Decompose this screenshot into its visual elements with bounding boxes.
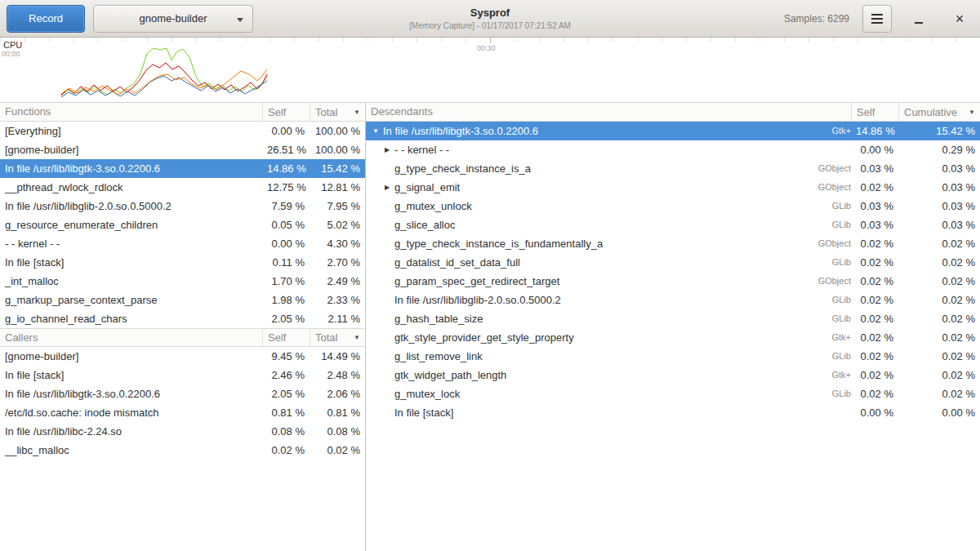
hamburger-icon xyxy=(871,18,883,20)
table-row[interactable]: g_markup_parse_context_parse1.98 %2.33 % xyxy=(0,291,365,309)
expander-icon xyxy=(381,366,393,384)
process-selector-label: gnome-builder xyxy=(139,12,207,24)
table-row[interactable]: __pthread_rwlock_rdlock12.75 %12.81 % xyxy=(0,178,365,197)
table-row[interactable]: In file /usr/lib/libgtk-3.so.0.2200.614.… xyxy=(0,159,365,178)
self-column-header[interactable]: Self xyxy=(262,329,310,346)
row-self-value: 0.08 % xyxy=(262,422,310,441)
table-row[interactable]: g_io_channel_read_chars2.05 %2.11 % xyxy=(0,309,365,328)
cpu-series-cpu3 xyxy=(61,69,267,95)
row-function-name: In file /usr/lib/libgtk-3.so.0.2200.6 xyxy=(0,159,262,178)
table-row[interactable]: /etc/ld.so.cache: inode mismatch0.81 %0.… xyxy=(0,403,365,422)
table-row[interactable]: In file [stack]0.00 %0.00 % xyxy=(366,403,980,422)
table-row[interactable]: [gnome-builder]26.51 %100.00 % xyxy=(0,140,365,159)
table-row[interactable]: g_slice_allocGLib0.03 %0.03 % xyxy=(366,216,980,234)
table-row[interactable]: - - kernel - -0.00 %4.30 % xyxy=(0,234,365,253)
row-indent xyxy=(370,159,381,178)
expander-icon xyxy=(381,291,393,309)
table-row[interactable]: g_mutex_lockGLib0.02 %0.02 % xyxy=(366,384,980,403)
row-function-name: __libc_malloc xyxy=(0,441,262,460)
table-row[interactable]: g_resource_enumerate_children0.05 %5.02 … xyxy=(0,216,365,234)
row-function-name: In file [stack] xyxy=(0,253,262,272)
table-row[interactable]: g_list_remove_linkGLib0.02 %0.02 % xyxy=(366,347,980,366)
expander-icon xyxy=(381,309,393,328)
minimize-icon xyxy=(915,22,923,24)
descendants-column-header[interactable]: Descendants xyxy=(366,103,851,121)
row-self-value: 0.02 % xyxy=(851,328,898,347)
functions-column-header[interactable]: Functions xyxy=(0,103,262,121)
row-category-label: GLib xyxy=(792,347,851,366)
row-total-value: 2.48 % xyxy=(310,366,365,384)
self-column-header[interactable]: Self xyxy=(262,103,310,121)
cpu-timeline-graph[interactable]: CPU 00:00 00:30 xyxy=(0,38,980,103)
table-row[interactable]: [gnome-builder]9.45 %14.49 % xyxy=(0,347,365,366)
total-column-header[interactable]: Total ▼ xyxy=(310,329,365,346)
total-column-header[interactable]: Total ▼ xyxy=(310,103,365,121)
table-row[interactable]: In file /usr/lib/libgtk-3.so.0.2200.62.0… xyxy=(0,384,365,403)
table-row[interactable]: g_param_spec_get_redirect_targetGObject0… xyxy=(366,272,980,291)
expander-icon[interactable]: ▶ xyxy=(381,178,393,197)
row-category-label: GObject xyxy=(792,234,851,253)
row-self-value: 0.03 % xyxy=(851,159,898,178)
row-category-label: Gtk+ xyxy=(792,328,851,347)
right-pane: Descendants Self Cumulative ▼ ▼In file /… xyxy=(366,103,980,551)
table-row[interactable]: gtk_widget_path_lengthGtk+0.02 %0.02 % xyxy=(366,366,980,384)
table-row[interactable]: g_mutex_unlockGLib0.03 %0.03 % xyxy=(366,197,980,216)
row-category-label: GLib xyxy=(792,216,851,234)
row-self-value: 2.05 % xyxy=(262,384,310,403)
row-total-value: 5.02 % xyxy=(310,216,365,234)
expander-icon[interactable]: ▼ xyxy=(370,122,381,140)
table-row[interactable]: In file [stack]2.46 %2.48 % xyxy=(0,366,365,384)
table-row[interactable]: g_datalist_id_set_data_fullGLib0.02 %0.0… xyxy=(366,253,980,272)
row-cumulative-value: 0.29 % xyxy=(898,140,980,159)
table-row[interactable]: _int_malloc1.70 %2.49 % xyxy=(0,272,365,291)
table-row[interactable]: In file /usr/lib/libc-2.24.so0.08 %0.08 … xyxy=(0,422,365,441)
table-row[interactable]: g_type_check_instance_is_fundamentally_a… xyxy=(366,234,980,253)
row-function-name: g_io_channel_read_chars xyxy=(0,309,262,328)
cumulative-column-header[interactable]: Cumulative ▼ xyxy=(898,103,980,121)
record-button[interactable]: Record xyxy=(7,5,85,33)
table-row[interactable]: In file /usr/lib/libglib-2.0.so.0.5000.2… xyxy=(0,197,365,216)
row-indent xyxy=(370,197,381,216)
menu-button[interactable] xyxy=(862,5,892,33)
row-function-name: gtk_style_provider_get_style_property xyxy=(393,328,792,347)
row-cumulative-value: 15.42 % xyxy=(898,122,980,140)
row-indent xyxy=(370,272,381,291)
callers-column-header[interactable]: Callers xyxy=(0,329,262,346)
expander-icon xyxy=(381,403,393,422)
table-row[interactable]: g_hash_table_sizeGLib0.02 %0.02 % xyxy=(366,309,980,328)
row-indent xyxy=(370,178,381,197)
table-row[interactable]: In file [stack]0.11 %2.70 % xyxy=(0,253,365,272)
table-row[interactable]: ▼In file /usr/lib/libgtk-3.so.0.2200.6Gt… xyxy=(366,122,980,140)
table-row[interactable]: In file /usr/lib/libglib-2.0.so.0.5000.2… xyxy=(366,291,980,309)
row-total-value: 14.49 % xyxy=(310,347,365,366)
row-self-value: 0.02 % xyxy=(851,291,898,309)
row-cumulative-value: 0.02 % xyxy=(898,253,980,272)
self-column-header[interactable]: Self xyxy=(851,103,898,121)
row-indent xyxy=(370,384,381,403)
table-row[interactable]: g_type_check_instance_is_aGObject0.03 %0… xyxy=(366,159,980,178)
minimize-button[interactable] xyxy=(905,5,933,33)
table-row[interactable]: ▶- - kernel - -0.00 %0.29 % xyxy=(366,140,980,159)
row-self-value: 0.00 % xyxy=(851,140,898,159)
row-self-value: 0.02 % xyxy=(851,234,898,253)
row-function-name: In file /usr/lib/libglib-2.0.so.0.5000.2 xyxy=(393,291,792,309)
row-category-label: GLib xyxy=(792,291,851,309)
expander-icon xyxy=(381,347,393,366)
table-row[interactable]: __libc_malloc0.02 %0.02 % xyxy=(0,441,365,460)
row-self-value: 0.05 % xyxy=(262,216,310,234)
process-selector-dropdown[interactable]: gnome-builder xyxy=(93,5,253,33)
row-self-value: 0.02 % xyxy=(851,178,898,197)
expander-icon[interactable]: ▶ xyxy=(381,140,393,159)
table-row[interactable]: ▶g_signal_emitGObject0.02 %0.03 % xyxy=(366,178,980,197)
row-function-name: g_mutex_unlock xyxy=(393,197,792,216)
row-cumulative-value: 0.03 % xyxy=(898,197,980,216)
total-column-label: Total xyxy=(315,104,337,121)
table-row[interactable]: [Everything]0.00 %100.00 % xyxy=(0,122,365,140)
expander-icon xyxy=(381,328,393,347)
table-row[interactable]: gtk_style_provider_get_style_propertyGtk… xyxy=(366,328,980,347)
row-total-value: 2.33 % xyxy=(310,291,365,309)
close-button[interactable]: × xyxy=(946,5,973,33)
callers-table-header: Callers Self Total ▼ xyxy=(0,328,365,347)
row-total-value: 2.70 % xyxy=(310,253,365,272)
row-cumulative-value: 0.02 % xyxy=(898,291,980,309)
